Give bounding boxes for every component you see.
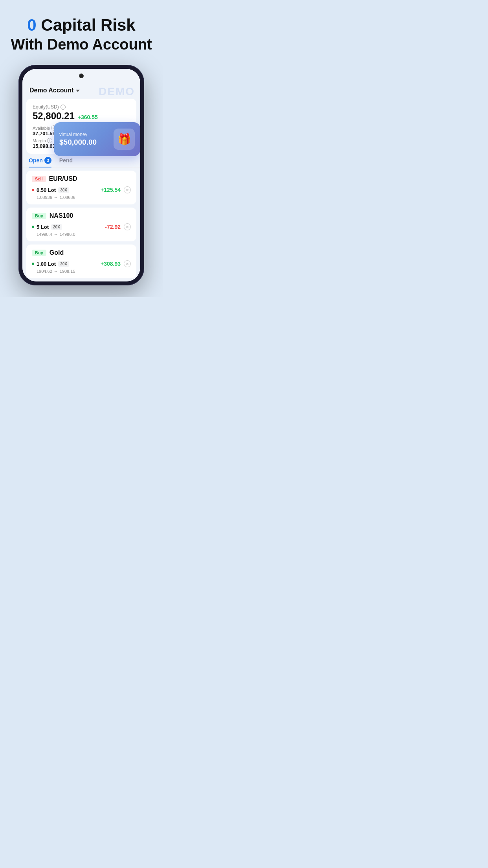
trade-tabs: Open 3 Pend	[22, 157, 140, 167]
account-name-label: Demo Account	[29, 87, 73, 94]
trade-pnl-eurusd: +125.54	[101, 187, 121, 193]
trade-card-gold: Buy Gold 1.00 Lot 20X +308.93 ✕	[26, 245, 136, 278]
trade-left-eurusd: 0.50 Lot 30X	[32, 187, 69, 193]
trade-symbol-gold: Gold	[50, 249, 64, 256]
hero-line1: 0 Capital Risk	[11, 16, 152, 35]
chevron-down-icon	[76, 90, 80, 92]
close-button-nas100[interactable]: ✕	[124, 223, 131, 230]
trade-symbol-nas100: NAS100	[50, 212, 73, 219]
account-selector[interactable]: Demo Account	[29, 87, 80, 94]
price-arrow-gold: →	[54, 269, 58, 274]
trade-detail-gold: 1.00 Lot 20X +308.93 ✕	[32, 260, 131, 267]
price-from-eurusd: 1.08936	[37, 195, 52, 200]
trade-leverage-eurusd: 30X	[58, 187, 69, 193]
virtual-money-amount: $50,000.00	[59, 138, 97, 147]
price-to-nas100: 14986.0	[60, 232, 75, 237]
top-bar: Demo Account DEMO	[22, 83, 140, 97]
trade-detail-nas100: 5 Lot 20X -72.92 ✕	[32, 223, 131, 230]
phone-shell: Demo Account DEMO Equity(USD) i 52,800.2…	[18, 65, 144, 285]
trade-lot-gold: 1.00 Lot	[37, 261, 56, 267]
trade-dot-gold	[32, 263, 34, 265]
equity-value-row: 52,800.21 +360.55	[33, 110, 130, 121]
trade-left-nas100: 5 Lot 20X	[32, 224, 62, 230]
price-arrow-eurusd: →	[54, 195, 58, 200]
gift-emoji: 🎁	[117, 133, 131, 146]
account-card: Equity(USD) i 52,800.21 +360.55 Availabl…	[26, 99, 136, 154]
gift-icon: 🎁	[114, 129, 135, 150]
trade-header-gold: Buy Gold	[32, 249, 131, 256]
tab-open[interactable]: Open 3	[29, 157, 51, 167]
price-to-gold: 1908.15	[60, 269, 75, 274]
trade-lot-nas100: 5 Lot	[37, 224, 49, 230]
price-arrow-nas100: →	[54, 232, 58, 237]
tab-pending[interactable]: Pend	[59, 157, 73, 167]
trade-price-eurusd: 1.08936 → 1.08686	[32, 195, 131, 200]
trade-leverage-gold: 20X	[58, 261, 69, 267]
screen-content: Demo Account DEMO Equity(USD) i 52,800.2…	[22, 83, 140, 281]
virtual-money-card: virtual money $50,000.00 🎁	[54, 122, 140, 156]
trade-leverage-nas100: 20X	[51, 224, 62, 230]
demo-watermark: DEMO	[99, 85, 135, 98]
hero-section: 0 Capital Risk With Demo Account	[3, 16, 160, 53]
phone-screen: Demo Account DEMO Equity(USD) i 52,800.2…	[22, 69, 140, 281]
hero-line1-rest: Capital Risk	[37, 16, 136, 34]
trade-side-eurusd: Sell	[32, 176, 46, 182]
trade-dot-eurusd	[32, 189, 34, 191]
trade-price-gold: 1904.62 → 1908.15	[32, 269, 131, 274]
price-from-gold: 1904.62	[37, 269, 52, 274]
margin-info-icon[interactable]: i	[47, 138, 52, 143]
trade-side-gold: Buy	[32, 250, 46, 256]
virtual-card-text: virtual money $50,000.00	[59, 132, 97, 147]
equity-info-icon[interactable]: i	[61, 105, 66, 110]
camera-dot	[79, 74, 84, 78]
trades-list: Sell EUR/USD 0.50 Lot 30X +125.54 ✕	[22, 167, 140, 281]
close-button-eurusd[interactable]: ✕	[124, 186, 131, 193]
trade-header-nas100: Buy NAS100	[32, 212, 131, 219]
trade-side-nas100: Buy	[32, 213, 46, 219]
trade-card-nas100: Buy NAS100 5 Lot 20X -72.92 ✕	[26, 208, 136, 241]
tab-open-label: Open	[29, 157, 43, 164]
trade-pnl-nas100: -72.92	[105, 224, 121, 230]
trade-left-gold: 1.00 Lot 20X	[32, 261, 69, 267]
trade-price-nas100: 14998.4 → 14986.0	[32, 232, 131, 237]
hero-line2: With Demo Account	[11, 36, 152, 53]
trade-dot-nas100	[32, 226, 34, 228]
tab-pending-label: Pend	[59, 157, 73, 164]
price-to-eurusd: 1.08686	[60, 195, 75, 200]
trade-symbol-eurusd: EUR/USD	[49, 175, 77, 182]
equity-value: 52,800.21	[33, 110, 75, 121]
trade-detail-eurusd: 0.50 Lot 30X +125.54 ✕	[32, 186, 131, 193]
notch-bar	[22, 69, 140, 83]
tab-open-badge: 3	[44, 157, 51, 164]
trade-lot-eurusd: 0.50 Lot	[37, 187, 56, 193]
virtual-money-label: virtual money	[59, 132, 97, 137]
close-button-gold[interactable]: ✕	[124, 260, 131, 267]
price-from-nas100: 14998.4	[37, 232, 52, 237]
hero-zero: 0	[27, 16, 36, 34]
trade-pnl-gold: +308.93	[101, 261, 121, 267]
trade-card-eurusd: Sell EUR/USD 0.50 Lot 30X +125.54 ✕	[26, 171, 136, 204]
equity-change: +360.55	[78, 114, 98, 120]
trade-header-eurusd: Sell EUR/USD	[32, 175, 131, 182]
equity-label: Equity(USD) i	[33, 104, 130, 110]
